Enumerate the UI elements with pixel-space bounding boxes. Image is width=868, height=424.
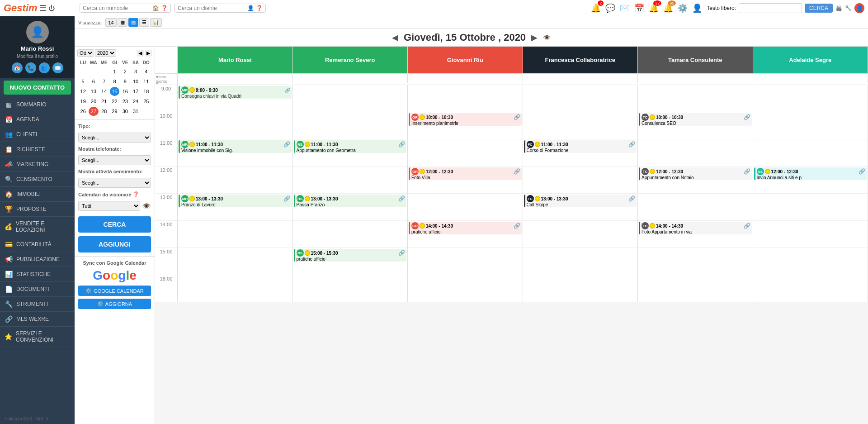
mini-cal-prev[interactable]: ◀ bbox=[137, 50, 144, 57]
slot-rem-9[interactable] bbox=[293, 85, 408, 112]
view-btn-chart[interactable]: 📊 bbox=[150, 18, 162, 27]
view-btn-list[interactable]: ☰ bbox=[139, 18, 149, 27]
chat-icon[interactable]: 💬 bbox=[605, 3, 615, 13]
cal-day[interactable]: 16 bbox=[120, 87, 130, 96]
cal-day[interactable]: 22 bbox=[110, 97, 119, 106]
cal-day[interactable]: 12 bbox=[78, 87, 88, 96]
slot-fra-14[interactable] bbox=[523, 221, 638, 248]
cal-icon[interactable]: 📅 bbox=[634, 3, 644, 13]
slot-gio-9[interactable] bbox=[408, 85, 523, 112]
event-gio-2[interactable]: GR 12:00 - 12:30 🔗 Foto Villa bbox=[409, 167, 522, 180]
slot-tam-15[interactable] bbox=[638, 248, 753, 275]
cerca-top-button[interactable]: CERCA bbox=[805, 4, 833, 13]
cal-day[interactable]: 26 bbox=[78, 107, 88, 116]
year-select[interactable]: 2020 bbox=[95, 49, 116, 57]
sidebar-item-statistiche[interactable]: 📊 STATISTICHE bbox=[0, 267, 75, 282]
slot-mario-12[interactable] bbox=[178, 167, 292, 194]
cal-day[interactable] bbox=[142, 107, 151, 116]
cal-day[interactable] bbox=[99, 67, 109, 76]
cal-day[interactable]: 28 bbox=[99, 107, 109, 116]
slot-ade-15[interactable] bbox=[753, 248, 868, 275]
slot-gio-13[interactable] bbox=[408, 194, 523, 221]
phone-btn[interactable]: 📞 bbox=[25, 62, 36, 73]
cal-day[interactable]: 1 bbox=[110, 67, 119, 76]
slot-mario-16[interactable] bbox=[178, 275, 292, 302]
sidebar-item-servizi[interactable]: ⭐ SERVIZI E CONVENZIONI bbox=[0, 327, 75, 347]
slot-mario-9[interactable]: MR 9:00 - 9:30 🔗 Consegna chiavi in via … bbox=[178, 85, 292, 112]
sidebar-item-contabilita[interactable]: 💳 CONTABILITÀ bbox=[0, 237, 75, 252]
event-mario-3[interactable]: MR 13:00 - 13:30 🔗 Pranzo di Lavoro bbox=[179, 195, 292, 207]
event-tam-3[interactable]: TC 14:00 - 14:30 🔗 Foto Appartamento in … bbox=[639, 222, 752, 234]
calendari-select[interactable]: Tutti bbox=[78, 201, 140, 211]
hamburger-icon[interactable]: ☰ bbox=[39, 3, 47, 13]
event-gio-1[interactable]: GR 10:00 - 10:30 🔗 Inserimento planimetr… bbox=[409, 113, 522, 126]
aggiorna-button[interactable]: ⚙️ AGGIORNA bbox=[78, 299, 151, 309]
sidebar-item-clienti[interactable]: 👥 CLIENTI bbox=[0, 127, 75, 142]
search-cliente-input[interactable] bbox=[178, 5, 245, 11]
slot-ade-16[interactable] bbox=[753, 275, 868, 302]
cal-day[interactable]: 25 bbox=[142, 97, 151, 106]
sidebar-item-proposte[interactable]: 🏆 PROPOSTE bbox=[0, 202, 75, 217]
slot-ade-13[interactable] bbox=[753, 194, 868, 221]
cal-day[interactable]: 2 bbox=[120, 67, 130, 76]
google-calendar-button[interactable]: ⚙️ GOOGLE CALENDAR bbox=[78, 286, 151, 296]
slot-ade-12[interactable]: AS 12:00 - 12:30 🔗 Invio Annunci a siti … bbox=[753, 167, 868, 194]
cal-day[interactable]: 6 bbox=[89, 77, 98, 86]
slot-rem-13[interactable]: RS 13:00 - 13:30 🔗 Pausa Pranzo bbox=[293, 194, 408, 221]
cal-day[interactable]: 8 bbox=[110, 77, 119, 86]
print-icon[interactable]: 🖨️ bbox=[835, 5, 842, 11]
notif-badge-3[interactable]: 🔔 65 bbox=[663, 3, 673, 13]
slot-mario-13[interactable]: MR 13:00 - 13:30 🔗 Pranzo di Lavoro bbox=[178, 194, 292, 221]
email-btn[interactable]: ✉️ bbox=[52, 62, 63, 73]
slot-rem-16[interactable] bbox=[293, 275, 408, 302]
slot-tam-11[interactable] bbox=[638, 139, 753, 167]
slot-tam-10[interactable]: TC 10:00 - 10:30 🔗 Consulenza SEO bbox=[638, 112, 753, 139]
slot-ade-9[interactable] bbox=[753, 85, 868, 112]
slot-rem-12[interactable] bbox=[293, 167, 408, 194]
eye-icon[interactable]: 👁️ bbox=[543, 34, 551, 41]
cal-day[interactable]: 17 bbox=[131, 87, 140, 96]
cal-day[interactable] bbox=[78, 67, 88, 76]
attivita-select[interactable]: Scegli... bbox=[78, 178, 151, 188]
cal-day[interactable]: 18 bbox=[142, 87, 151, 96]
people-btn[interactable]: 👥 bbox=[39, 62, 50, 73]
event-gio-3[interactable]: GR 14:00 - 14:30 🔗 pratiche ufficio bbox=[409, 222, 522, 234]
sidebar-item-richieste[interactable]: 📋 RICHIESTE bbox=[0, 142, 75, 157]
gear-icon[interactable]: ⚙️ bbox=[678, 3, 688, 13]
share-icon[interactable]: 🔧 bbox=[845, 5, 852, 11]
calendar-btn[interactable]: 📅 bbox=[12, 62, 23, 73]
cal-day-today[interactable]: 15 bbox=[110, 87, 119, 96]
event-rem-2[interactable]: RS 13:00 - 13:30 🔗 Pausa Pranzo bbox=[294, 195, 407, 207]
nuovo-contatto-button[interactable]: NUOVO CONTATTO bbox=[4, 81, 71, 95]
sidebar-item-documenti[interactable]: 📄 DOCUMENTI bbox=[0, 282, 75, 297]
sidebar-item-strumenti[interactable]: 🔧 STRUMENTI bbox=[0, 297, 75, 312]
month-select[interactable]: Ott bbox=[77, 49, 94, 57]
aggiungi-button[interactable]: AGGIUNGI bbox=[78, 236, 151, 252]
testo-libero-input[interactable] bbox=[739, 3, 802, 13]
event-rem-1[interactable]: RS 11:00 - 11:30 🔗 Appuntamento con Geom… bbox=[294, 140, 407, 153]
slot-tam-9[interactable] bbox=[638, 85, 753, 112]
cal-day[interactable]: 5 bbox=[78, 77, 88, 86]
view-btn-active[interactable]: ▤ bbox=[128, 18, 138, 27]
slot-rem-14[interactable] bbox=[293, 221, 408, 248]
search-immobile-input[interactable] bbox=[83, 5, 151, 11]
event-tam-2[interactable]: TC 12:00 - 12:30 🔗 Appuntamento con Nota… bbox=[639, 167, 752, 180]
cal-day[interactable]: 19 bbox=[78, 97, 88, 106]
slot-gio-14[interactable]: GR 14:00 - 14:30 🔗 pratiche ufficio bbox=[408, 221, 523, 248]
slot-ade-14[interactable] bbox=[753, 221, 868, 248]
user-icon[interactable]: 👤 bbox=[692, 3, 702, 13]
notif-badge-2[interactable]: 🔔 22 bbox=[649, 3, 659, 13]
calendari-eye-button[interactable]: 👁️ bbox=[142, 202, 151, 210]
slot-fra-11[interactable]: FC 11:00 - 11:30 🔗 Corso di Formazione bbox=[523, 139, 638, 167]
telefonate-select[interactable]: Scegli... bbox=[78, 155, 151, 165]
slot-mario-11[interactable]: MR 11:00 - 11:30 🔗 Visione immobile con … bbox=[178, 139, 292, 167]
cal-day-27[interactable]: 27 bbox=[89, 107, 98, 116]
cal-day[interactable] bbox=[89, 67, 98, 76]
slot-fra-16[interactable] bbox=[523, 275, 638, 302]
sidebar-item-agenda[interactable]: 📅 AGENDA bbox=[0, 112, 75, 127]
sidebar-item-immobili[interactable]: 🏠 IMMOBILI bbox=[0, 187, 75, 202]
event-ade-1[interactable]: AS 12:00 - 12:30 🔗 Invio Annunci a siti … bbox=[754, 167, 867, 180]
slot-rem-15[interactable]: RS 15:00 - 15:30 🔗 pratiche ufficio bbox=[293, 248, 408, 275]
slot-ade-10[interactable] bbox=[753, 112, 868, 139]
power-icon[interactable]: ⏻ bbox=[48, 5, 55, 12]
